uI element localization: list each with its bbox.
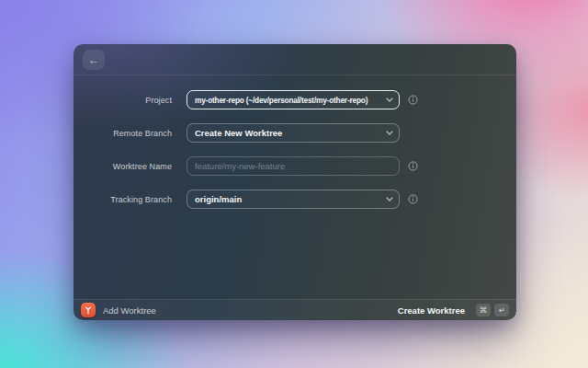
command-key-badge: ⌘ [476,304,491,316]
dialog-header: ← [74,44,516,75]
info-icon[interactable] [408,95,418,105]
git-branch-icon [84,305,93,315]
dialog-footer: Add Worktree Create Worktree ⌘ ↵ [74,299,516,320]
remote-branch-label: Remote Branch [74,129,172,138]
remote-branch-value: Create New Worktree [195,128,282,138]
worktree-name-label: Worktree Name [74,162,172,171]
worktree-app-icon [81,303,96,317]
worktree-name-row: Worktree Name [74,156,516,176]
chevron-down-icon [386,131,393,135]
info-icon[interactable] [408,161,418,171]
project-select[interactable]: my-other-repo (~/dev/personal/test/my-ot… [187,90,400,109]
arrow-left-icon: ← [88,53,99,66]
info-icon[interactable] [408,194,418,204]
remote-branch-row: Remote Branch Create New Worktree [74,123,516,143]
project-label: Project [74,96,172,105]
remote-branch-select[interactable]: Create New Worktree [187,123,400,143]
tracking-branch-select[interactable]: origin/main [187,190,400,209]
worktree-form: Project my-other-repo (~/dev/personal/te… [74,75,516,209]
create-worktree-button[interactable]: Create Worktree [398,305,465,316]
add-worktree-dialog: ← Project my-other-repo (~/dev/personal/… [74,44,516,320]
tracking-branch-label: Tracking Branch [74,195,172,204]
app-title: Add Worktree [103,305,156,316]
worktree-name-input[interactable] [187,156,400,176]
back-button[interactable]: ← [83,50,105,70]
project-value: my-other-repo (~/dev/personal/test/my-ot… [195,96,368,105]
project-row: Project my-other-repo (~/dev/personal/te… [74,90,516,109]
chevron-down-icon [386,197,393,201]
tracking-branch-value: origin/main [195,194,242,204]
tracking-branch-row: Tracking Branch origin/main [74,190,516,209]
return-key-badge: ↵ [494,304,509,316]
chevron-down-icon [386,98,393,102]
